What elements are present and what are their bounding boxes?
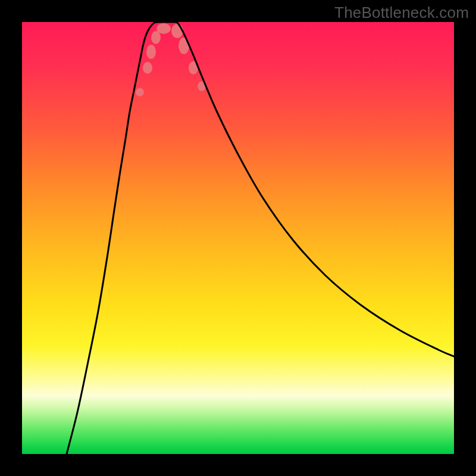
curve-layer bbox=[67, 22, 454, 454]
data-marker bbox=[146, 45, 156, 59]
data-marker bbox=[143, 62, 152, 74]
data-marker bbox=[171, 24, 183, 38]
data-marker bbox=[136, 88, 144, 96]
watermark-text: TheBottleneck.com bbox=[334, 4, 469, 22]
chart-svg bbox=[22, 22, 454, 454]
plot-area bbox=[22, 22, 454, 454]
data-marker bbox=[151, 31, 161, 44]
data-marker bbox=[156, 23, 171, 34]
curve-left-curve bbox=[67, 22, 158, 454]
curve-right-curve bbox=[177, 22, 454, 356]
chart-frame: TheBottleneck.com bbox=[0, 0, 476, 476]
